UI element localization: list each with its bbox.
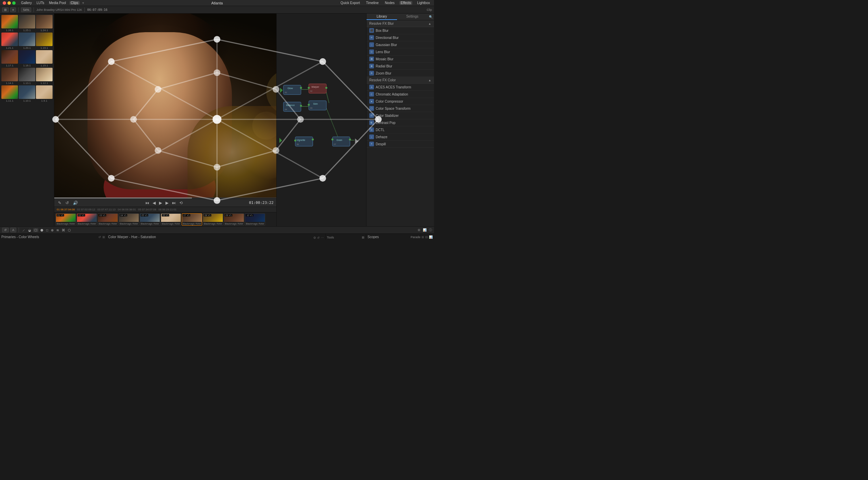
- color-panel: Primaries - Color Wheels ↺ ⊞ Temp Tint C…: [0, 234, 434, 240]
- color-warper-section: Color Warper - Hue - Saturation ⚙ ↺ ⋯: [107, 234, 326, 240]
